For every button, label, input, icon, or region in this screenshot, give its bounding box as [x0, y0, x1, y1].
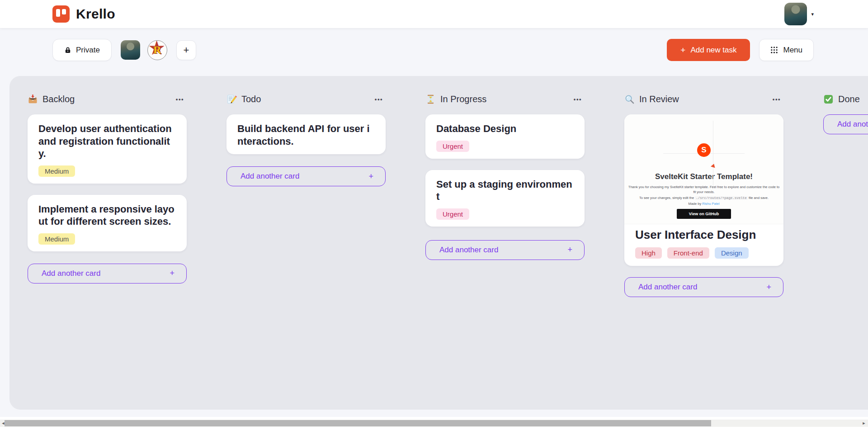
lock-icon: [64, 46, 71, 54]
preview-heading: SvelteKit Starter Template!: [655, 172, 753, 181]
visibility-button[interactable]: Private: [52, 39, 112, 61]
visibility-label: Private: [76, 46, 100, 55]
column-done: Done ••• Add another card +: [823, 93, 868, 134]
magnifier-icon: [624, 94, 635, 104]
add-card-button[interactable]: Add another card +: [28, 264, 187, 284]
preview-text: Thank you for choosing my SvelteKit star…: [624, 185, 783, 194]
member-avatar-r-logo[interactable]: ★ R: [147, 40, 167, 60]
plus-icon: +: [368, 172, 373, 181]
plus-icon: +: [170, 269, 175, 278]
column-menu-button[interactable]: •••: [176, 96, 184, 102]
card-title: Set up a staging environment: [436, 178, 574, 203]
column-menu-button[interactable]: •••: [773, 96, 781, 102]
inbox-icon: [28, 94, 38, 104]
task-card[interactable]: Database Design Urgent: [425, 114, 585, 159]
add-card-label: Add another card: [439, 246, 498, 255]
task-card[interactable]: Set up a staging environment Urgent: [425, 170, 585, 227]
plus-icon: +: [680, 45, 685, 55]
priority-badge: Urgent: [436, 208, 469, 220]
column-title: Done: [838, 94, 860, 104]
add-member-plus: +: [183, 44, 189, 56]
card-cover-image: S SvelteKit Starter Template! Thank you …: [624, 114, 783, 224]
board-toolbar: Private ★ R + + Add new task Menu: [52, 39, 814, 61]
category-badge: Design: [715, 247, 749, 259]
menu-label: Menu: [783, 46, 802, 55]
add-card-label: Add another card: [42, 269, 100, 278]
user-menu-caret-icon[interactable]: ▾: [811, 11, 814, 17]
column-header: Backlog •••: [28, 93, 187, 105]
krello-logo-icon[interactable]: [52, 5, 70, 23]
add-new-task-label: Add new task: [690, 46, 736, 55]
member-avatar-photo[interactable]: [121, 40, 140, 60]
user-avatar[interactable]: [784, 3, 807, 25]
add-card-button[interactable]: Add another card +: [624, 277, 783, 297]
column-in-review: In Review ••• S SvelteKit Starter Templa…: [624, 93, 783, 297]
column-title: In Review: [639, 94, 679, 104]
view-on-github-button: View on GitHub: [677, 209, 731, 219]
app-header: Krello ▾: [0, 0, 868, 28]
app-title: Krello: [76, 6, 115, 22]
column-todo: Todo ••• Build backend API for user inte…: [226, 93, 386, 186]
column-header: In Review •••: [624, 93, 783, 105]
card-title: Database Design: [436, 123, 574, 135]
scrollbar-thumb[interactable]: [5, 420, 711, 426]
plus-icon: +: [567, 245, 572, 255]
card-title: Build backend API for user interactions.: [237, 123, 375, 147]
column-in-progress: In Progress ••• Database Design Urgent S…: [425, 93, 585, 260]
bottom-strip: ◄ ►: [0, 417, 868, 430]
column-header: Todo •••: [226, 93, 386, 105]
add-card-button[interactable]: Add another card +: [226, 166, 386, 186]
svelte-logo-icon: S: [697, 143, 711, 157]
task-card[interactable]: Develop user authentication and registra…: [28, 114, 187, 184]
priority-badge: Medium: [38, 165, 75, 177]
cursor-icon: [711, 163, 716, 168]
column-title: Todo: [241, 94, 261, 104]
column-title: Backlog: [42, 94, 75, 104]
priority-badge: High: [635, 247, 662, 259]
priority-badge: Urgent: [436, 141, 469, 152]
add-card-button[interactable]: Add another card +: [823, 114, 868, 134]
kanban-board: Backlog ••• Develop user authentication …: [9, 76, 868, 410]
category-badge: Front-end: [667, 247, 709, 259]
add-card-label: Add another card: [241, 172, 299, 181]
column-title: In Progress: [440, 94, 486, 104]
horizontal-scrollbar[interactable]: ◄ ►: [0, 420, 868, 427]
memo-icon: [226, 94, 237, 104]
grid-line: [713, 121, 713, 186]
scroll-right-icon[interactable]: ►: [861, 420, 867, 427]
code-snippet: ./src/routes/+page.svelte: [695, 196, 748, 200]
plus-icon: +: [766, 283, 771, 292]
menu-button[interactable]: Menu: [759, 39, 814, 61]
priority-badge: Medium: [38, 233, 75, 245]
add-card-label: Add another card: [837, 120, 868, 129]
hourglass-icon: [425, 94, 436, 104]
column-menu-button[interactable]: •••: [375, 96, 383, 102]
card-title: User Interface Design: [635, 228, 773, 242]
task-card[interactable]: S SvelteKit Starter Template! Thank you …: [624, 114, 783, 266]
add-card-label: Add another card: [638, 283, 697, 292]
add-new-task-button[interactable]: + Add new task: [667, 39, 750, 61]
column-header: In Progress •••: [425, 93, 585, 105]
card-title: Implement a responsive layout for differ…: [38, 203, 176, 228]
add-card-button[interactable]: Add another card +: [425, 240, 585, 260]
task-card[interactable]: Build backend API for user interactions.: [226, 114, 386, 154]
preview-text: To see your changes, simply edit the ./s…: [639, 196, 769, 200]
task-card[interactable]: Implement a responsive layout for differ…: [28, 195, 187, 251]
column-backlog: Backlog ••• Develop user authentication …: [28, 93, 187, 284]
r-logo-letter: R: [153, 44, 161, 56]
check-icon: [823, 94, 834, 104]
card-title: Develop user authentication and registra…: [38, 123, 176, 160]
grid-icon: [770, 46, 778, 54]
column-header: Done •••: [823, 93, 868, 105]
author-link: Rishu Patel: [702, 202, 719, 206]
add-member-button[interactable]: +: [176, 40, 196, 60]
column-menu-button[interactable]: •••: [574, 96, 582, 102]
preview-credit: Made by Rishu Patel: [688, 202, 719, 206]
